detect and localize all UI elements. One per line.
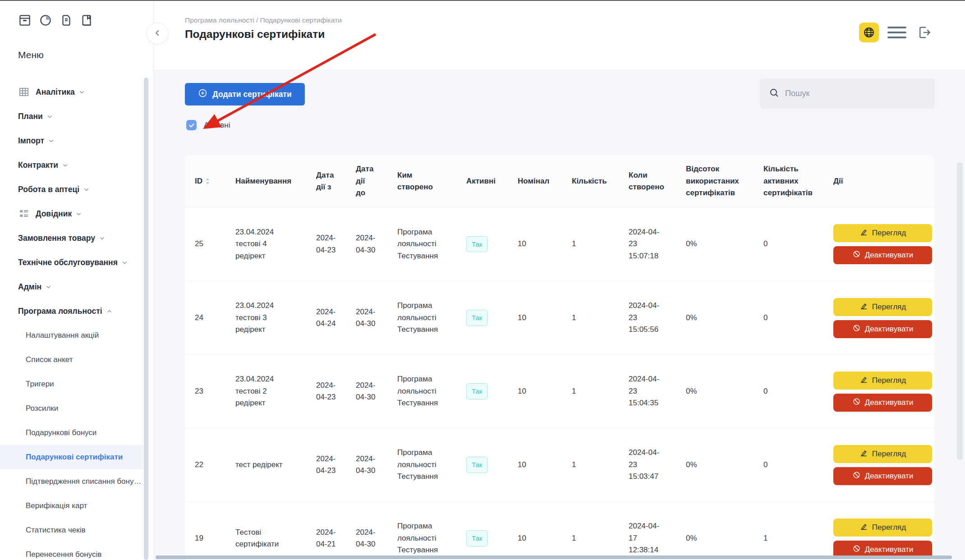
deactivate-button[interactable]: Деактивувати xyxy=(833,246,932,264)
sidebar-subitem[interactable]: Налаштування акцій xyxy=(0,323,143,348)
cell-date_to: 2024-04-30 xyxy=(356,428,397,501)
deactivate-button[interactable]: Деактивувати xyxy=(833,467,932,485)
cell-created_by: Програма лояльності Тестування xyxy=(397,502,466,560)
column-header[interactable]: ID xyxy=(195,156,235,207)
cell-date_to: 2024-04-30 xyxy=(356,355,397,428)
cell-nominal: 10 xyxy=(518,502,572,560)
sidebar-subitem[interactable]: Підтвердження списання бону… xyxy=(0,469,143,494)
cell-date_from: 2024-04-23 xyxy=(316,355,356,428)
sidebar-collapse-button[interactable] xyxy=(147,23,168,44)
cell-created_by: Програма лояльності Тестування xyxy=(397,207,466,281)
cell-actions: ПереглядДеактивувати xyxy=(833,355,932,428)
chevron-down-icon xyxy=(62,162,69,169)
cell-created_at: 2024-04-17 12:38:14 xyxy=(629,502,686,560)
sidebar-item-5[interactable]: Довідник xyxy=(0,202,143,226)
sidebar-item-label: Програма лояльності xyxy=(18,307,102,316)
sidebar-item-4[interactable]: Робота в аптеці xyxy=(0,177,143,202)
search-input[interactable] xyxy=(785,89,920,98)
chevron-down-icon xyxy=(45,284,52,290)
sidebar-item-8[interactable]: Адмін xyxy=(0,275,143,299)
logout-icon[interactable] xyxy=(915,23,934,42)
sidebar-item-0[interactable]: Аналітика xyxy=(0,80,143,104)
sidebar-subitem[interactable]: Статистика чеків xyxy=(0,518,143,542)
sidebar-subitem[interactable]: Подарункові бонуси xyxy=(0,421,143,445)
chevron-down-icon xyxy=(83,186,90,193)
cell-active_count: 0 xyxy=(763,428,833,501)
archive-icon[interactable] xyxy=(18,14,32,27)
view-button[interactable]: Перегляд xyxy=(833,372,932,390)
block-icon xyxy=(852,544,861,555)
active-checkbox[interactable] xyxy=(186,120,197,130)
cell-actions: ПереглядДеактивувати xyxy=(833,502,932,560)
cell-used_percent: 0% xyxy=(686,355,763,428)
cell-quantity: 1 xyxy=(572,207,629,281)
pencil-icon xyxy=(859,302,868,312)
globe-icon[interactable] xyxy=(859,23,879,42)
column-header: Найменування xyxy=(235,156,316,207)
sidebar-subitem[interactable]: Тригери xyxy=(0,372,143,396)
sidebar-item-3[interactable]: Контракти xyxy=(0,153,143,177)
chevron-down-icon xyxy=(99,235,106,242)
sidebar-item-9[interactable]: Програма лояльності xyxy=(0,299,143,323)
active-badge: Так xyxy=(466,236,487,252)
sidebar-subitem[interactable]: Розсилки xyxy=(0,396,143,421)
menu-icon[interactable] xyxy=(887,23,906,42)
sort-icon[interactable] xyxy=(205,177,210,185)
sidebar-subitem[interactable]: Подарункові сертифікати xyxy=(0,445,143,469)
menu-title: Меню xyxy=(18,50,44,60)
search-icon xyxy=(769,87,780,100)
content: Додати сертифікати Активні IDНайменуванн… xyxy=(154,70,965,560)
page: Меню АналітикаПланиІмпортКонтрактиРобота… xyxy=(0,0,965,560)
cell-id: 24 xyxy=(195,281,235,354)
column-header: Дії xyxy=(833,156,932,207)
active-badge: Так xyxy=(466,530,487,546)
pencil-icon xyxy=(859,449,868,459)
active-badge: Так xyxy=(466,457,487,473)
sidebar-item-2[interactable]: Імпорт xyxy=(0,129,143,153)
view-button[interactable]: Перегляд xyxy=(833,298,932,316)
view-button[interactable]: Перегляд xyxy=(833,224,932,242)
sidebar-item-6[interactable]: Замовлення товару xyxy=(0,226,143,250)
table-row: 22тест редірект2024-04-232024-04-30Прогр… xyxy=(185,428,934,501)
cell-name: 23.04.2024 тестові 2 редірект xyxy=(235,355,316,428)
add-certificates-button[interactable]: Додати сертифікати xyxy=(185,83,305,106)
cell-name: тест редірект xyxy=(235,428,316,501)
cell-nominal: 10 xyxy=(518,355,572,428)
add-certificates-label: Додати сертифікати xyxy=(212,90,291,99)
cell-quantity: 1 xyxy=(572,355,629,428)
deactivate-button[interactable]: Деактивувати xyxy=(833,320,932,338)
sidebar-item-label: Адмін xyxy=(18,282,41,292)
pie-chart-icon[interactable] xyxy=(39,14,52,27)
cell-quantity: 1 xyxy=(572,281,629,354)
cell-date_from: 2024-04-24 xyxy=(316,281,356,354)
sidebar-subitem[interactable]: Список анкет xyxy=(0,348,143,372)
document-icon[interactable] xyxy=(60,14,73,27)
sidebar-subitem[interactable]: Верифікація карт xyxy=(0,494,143,518)
sidebar-item-1[interactable]: Плани xyxy=(0,104,143,129)
book-icon[interactable] xyxy=(80,14,94,27)
view-button[interactable]: Перегляд xyxy=(833,519,932,537)
sidebar-quick-icons xyxy=(18,14,94,27)
sidebar-item-7[interactable]: Технічне обслуговування xyxy=(0,250,143,275)
sidebar-item-label: Технічне обслуговування xyxy=(18,258,118,267)
cell-active: Так xyxy=(466,207,518,281)
cell-actions: ПереглядДеактивувати xyxy=(833,428,932,501)
deactivate-button[interactable]: Деактивувати xyxy=(833,394,932,412)
column-header: Дата дії з xyxy=(316,156,356,207)
sidebar-item-label: Плани xyxy=(18,112,43,121)
cell-created_at: 2024-04-23 15:03:47 xyxy=(629,428,686,501)
cell-created_at: 2024-04-23 15:05:56 xyxy=(629,281,686,354)
vertical-scrollbar[interactable] xyxy=(957,162,963,460)
sidebar-item-label: Контракти xyxy=(18,161,58,170)
cell-created_by: Програма лояльності Тестування xyxy=(397,281,466,354)
horizontal-scrollbar[interactable] xyxy=(156,555,952,559)
cell-used_percent: 0% xyxy=(686,502,763,560)
cell-actions: ПереглядДеактивувати xyxy=(833,207,932,281)
table-header-row: IDНайменуванняДата дії зДата дії доКим с… xyxy=(185,156,934,207)
topbar-icons xyxy=(859,23,934,42)
cell-id: 25 xyxy=(195,207,235,281)
view-button[interactable]: Перегляд xyxy=(833,445,932,463)
sidebar-scrollbar[interactable] xyxy=(144,78,148,560)
sidebar-subitem[interactable]: Перенесення бонусів xyxy=(0,542,143,560)
block-icon xyxy=(852,324,861,335)
